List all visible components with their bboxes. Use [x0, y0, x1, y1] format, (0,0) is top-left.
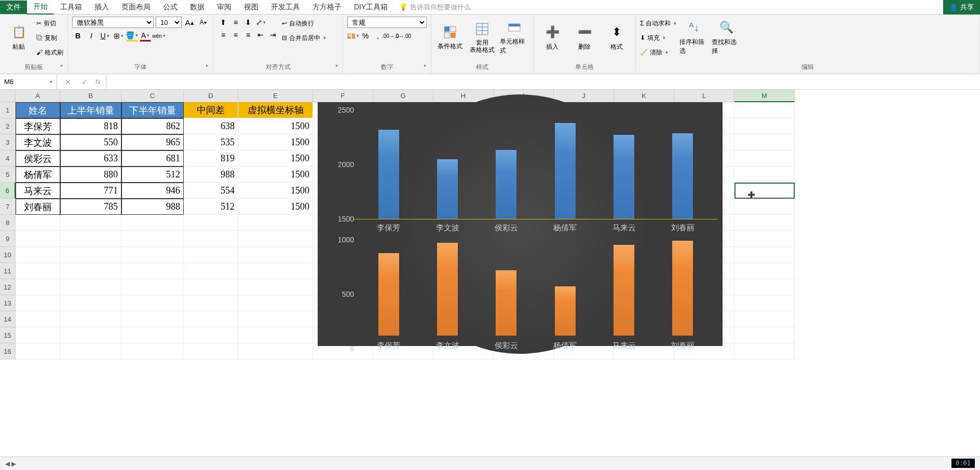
- cell-E11[interactable]: [238, 263, 313, 279]
- cell-B9[interactable]: [60, 231, 121, 247]
- cell-M7[interactable]: [734, 199, 795, 215]
- font-color-icon[interactable]: A: [140, 30, 151, 42]
- format-cells-button[interactable]: ⬍格式: [602, 17, 631, 58]
- tell-me-search[interactable]: 💡 告诉我你想要做什么: [399, 3, 471, 12]
- row-header-16[interactable]: 16: [0, 343, 16, 360]
- decrease-indent-icon[interactable]: ⇤: [255, 29, 266, 40]
- cell-C15[interactable]: [121, 327, 184, 343]
- cell-C10[interactable]: [121, 247, 184, 263]
- select-all-corner[interactable]: [0, 90, 16, 102]
- bold-icon[interactable]: B: [72, 30, 84, 42]
- align-center-icon[interactable]: ≡: [230, 29, 241, 40]
- cell-M3[interactable]: [734, 134, 795, 150]
- cell-A3[interactable]: 李文波: [16, 134, 60, 150]
- cell-D7[interactable]: 512: [184, 199, 238, 215]
- cell-A14[interactable]: [16, 311, 60, 327]
- row-header-11[interactable]: 11: [0, 263, 16, 279]
- cell-C9[interactable]: [121, 231, 184, 247]
- row-header-15[interactable]: 15: [0, 327, 16, 343]
- format-painter-button[interactable]: 🖌格式刷: [36, 46, 63, 59]
- percent-icon[interactable]: %: [360, 30, 371, 42]
- cell-M8[interactable]: [734, 215, 795, 231]
- cell-E2[interactable]: 1500: [238, 118, 313, 134]
- row-header-7[interactable]: 7: [0, 199, 16, 215]
- tab-file[interactable]: 文件: [0, 1, 27, 14]
- cell-E16[interactable]: [238, 343, 313, 360]
- chart-bot-bar[interactable]: [672, 241, 693, 336]
- cell-A2[interactable]: 李保芳: [16, 118, 60, 134]
- cell-M2[interactable]: [734, 118, 795, 134]
- cell-E9[interactable]: [238, 231, 313, 247]
- cell-B11[interactable]: [60, 263, 121, 279]
- cell-E8[interactable]: [238, 215, 313, 231]
- fill-color-icon[interactable]: 🪣: [126, 30, 138, 42]
- tab-formulas[interactable]: 公式: [157, 1, 184, 14]
- cell-B16[interactable]: [60, 343, 121, 360]
- cell-B3[interactable]: 550: [60, 134, 121, 150]
- merge-button[interactable]: ⊟合并后居中: [282, 31, 326, 45]
- increase-indent-icon[interactable]: ⇥: [267, 29, 279, 40]
- cell-D14[interactable]: [184, 311, 238, 327]
- tab-review[interactable]: 审阅: [211, 1, 238, 14]
- font-name-select[interactable]: 微软雅黑: [72, 17, 154, 28]
- copy-button[interactable]: ⿻复制: [36, 31, 63, 45]
- chart-bot-bar[interactable]: [496, 270, 516, 336]
- tab-diy[interactable]: DIY工具箱: [348, 1, 394, 14]
- col-header-C[interactable]: C: [121, 90, 184, 102]
- col-header-J[interactable]: J: [554, 90, 614, 102]
- cell-B7[interactable]: 785: [60, 199, 121, 215]
- cell-A16[interactable]: [16, 343, 60, 360]
- row-header-12[interactable]: 12: [0, 279, 16, 295]
- cell-E13[interactable]: [238, 295, 313, 311]
- name-box[interactable]: M6 ▾: [0, 74, 57, 89]
- cell-C16[interactable]: [121, 343, 184, 360]
- clear-button[interactable]: 🧹清除: [640, 46, 676, 59]
- formula-input[interactable]: [106, 74, 980, 89]
- cancel-formula-icon[interactable]: ✕: [62, 76, 74, 88]
- border-icon[interactable]: ⊞: [113, 30, 124, 42]
- cell-C3[interactable]: 965: [121, 134, 184, 150]
- align-left-icon[interactable]: ≡: [217, 29, 229, 40]
- cell-C13[interactable]: [121, 295, 184, 311]
- cell-C8[interactable]: [121, 215, 184, 231]
- cut-button[interactable]: ✂剪切: [36, 17, 63, 30]
- conditional-format-button[interactable]: 条件格式: [435, 17, 465, 58]
- col-header-M[interactable]: M: [734, 90, 795, 102]
- cell-styles-button[interactable]: 单元格样式: [500, 17, 529, 58]
- cell-E12[interactable]: [238, 279, 313, 295]
- cell-D12[interactable]: [184, 279, 238, 295]
- cell-D4[interactable]: 819: [184, 150, 238, 167]
- cell-D9[interactable]: [184, 231, 238, 247]
- cell-M11[interactable]: [734, 263, 795, 279]
- chart-top-bar[interactable]: [555, 123, 576, 219]
- col-header-E[interactable]: E: [238, 90, 313, 102]
- col-header-G[interactable]: G: [373, 90, 433, 102]
- row-header-2[interactable]: 2: [0, 118, 16, 134]
- paste-button[interactable]: 📋 粘贴: [4, 17, 33, 58]
- tab-ffgz[interactable]: 方方格子: [306, 1, 348, 14]
- insert-cells-button[interactable]: ➕插入: [538, 17, 567, 58]
- cell-M12[interactable]: [734, 279, 795, 295]
- cell-A15[interactable]: [16, 327, 60, 343]
- cell-B14[interactable]: [60, 311, 121, 327]
- chart-top-bar[interactable]: [496, 150, 516, 219]
- cell-E3[interactable]: 1500: [238, 134, 313, 150]
- cell-D11[interactable]: [184, 263, 238, 279]
- currency-icon[interactable]: 💴: [347, 30, 359, 42]
- chart-bot-bar[interactable]: [437, 243, 458, 335]
- italic-icon[interactable]: I: [86, 30, 97, 42]
- cell-C14[interactable]: [121, 311, 184, 327]
- sheet-nav-icon[interactable]: ◀ ▶: [5, 460, 16, 467]
- cell-C7[interactable]: 988: [121, 199, 184, 215]
- cell-B1[interactable]: 上半年销量: [60, 102, 121, 118]
- cell-B8[interactable]: [60, 215, 121, 231]
- row-header-13[interactable]: 13: [0, 295, 16, 311]
- col-header-A[interactable]: A: [16, 90, 60, 102]
- cell-A1[interactable]: 姓名: [16, 102, 60, 118]
- cell-M10[interactable]: [734, 247, 795, 263]
- cell-E7[interactable]: 1500: [238, 199, 313, 215]
- chart-top-bar[interactable]: [672, 133, 693, 219]
- align-top-icon[interactable]: ⬆: [217, 17, 229, 28]
- cell-M15[interactable]: [734, 327, 795, 343]
- autosum-button[interactable]: Σ自动求和: [640, 17, 676, 30]
